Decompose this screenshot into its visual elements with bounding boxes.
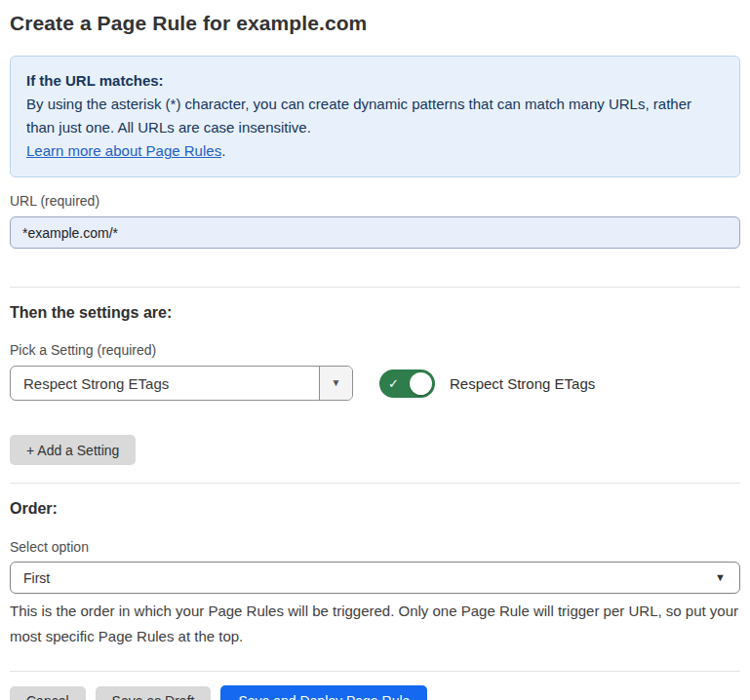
info-heading: If the URL matches: <box>26 69 724 93</box>
setting-dropdown-value: Respect Strong ETags <box>11 367 319 400</box>
url-input[interactable] <box>10 216 740 249</box>
add-setting-button[interactable]: + Add a Setting <box>10 435 136 465</box>
order-help-text: This is the order in which your Page Rul… <box>10 599 740 649</box>
save-draft-button[interactable]: Save as Draft <box>96 686 212 700</box>
section-divider <box>10 483 740 484</box>
page-title: Create a Page Rule for example.com <box>10 12 740 35</box>
learn-more-link[interactable]: Learn more about Page Rules <box>26 142 221 159</box>
save-deploy-button[interactable]: Save and Deploy Page Rule <box>220 685 427 700</box>
section-divider <box>10 287 740 288</box>
info-body-text: By using the asterisk (*) character, you… <box>26 96 691 136</box>
order-select[interactable]: First ▼ <box>10 562 740 594</box>
create-page-rule-form: Create a Page Rule for example.com If th… <box>0 0 750 700</box>
settings-heading: Then the settings are: <box>10 304 740 322</box>
chevron-down-icon: ▼ <box>332 378 341 388</box>
order-select-label: Select option <box>10 539 740 555</box>
link-period: . <box>221 142 225 159</box>
chevron-down-icon: ▼ <box>715 572 726 583</box>
check-icon: ✓ <box>388 375 399 392</box>
setting-row: Respect Strong ETags ▼ ✓ Respect Strong … <box>10 366 740 401</box>
url-label: URL (required) <box>10 193 740 209</box>
url-match-info-callout: If the URL matches: By using the asteris… <box>10 56 740 177</box>
etag-toggle[interactable]: ✓ <box>379 369 435 398</box>
pick-setting-label: Pick a Setting (required) <box>10 342 740 358</box>
cancel-button[interactable]: Cancel <box>10 686 86 700</box>
toggle-label: Respect Strong ETags <box>450 375 595 392</box>
order-select-value: First <box>23 570 50 586</box>
order-heading: Order: <box>10 500 740 518</box>
setting-dropdown[interactable]: Respect Strong ETags ▼ <box>10 366 353 401</box>
toggle-knob <box>410 372 432 395</box>
setting-dropdown-arrow-button[interactable]: ▼ <box>319 367 352 400</box>
section-divider <box>10 671 740 672</box>
footer-actions: Cancel Save as Draft Save and Deploy Pag… <box>10 685 740 700</box>
